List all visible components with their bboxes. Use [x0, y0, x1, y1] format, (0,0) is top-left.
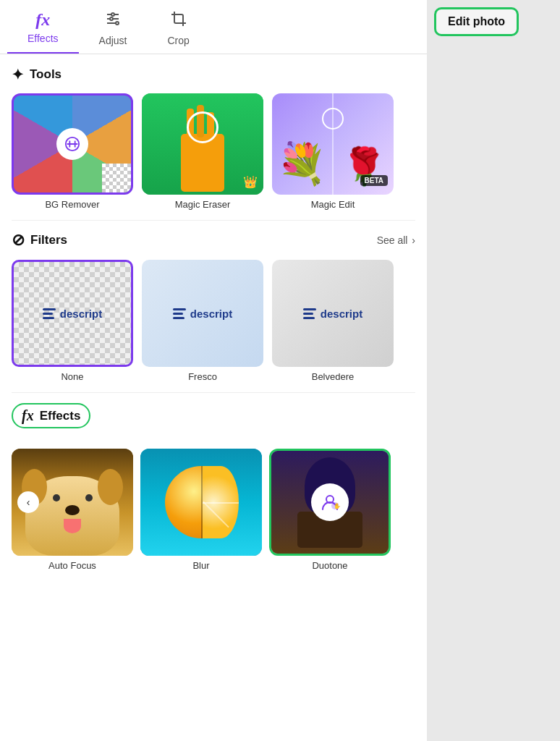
chevron-right-icon: › [412, 234, 415, 246]
filters-header: ⊘ Filters See all › [12, 231, 415, 250]
effects-header: fx Effects [12, 403, 90, 428]
see-all-button[interactable]: See all › [377, 234, 415, 246]
duotone-visual: ✋ [271, 451, 389, 554]
crop-icon [170, 10, 187, 32]
effect-duotone-thumb: ✋ [269, 449, 391, 556]
svg-text:✋: ✋ [334, 502, 341, 509]
adjust-icon [104, 10, 122, 32]
right-panel: Edit photo [427, 0, 560, 741]
eraser-dot [322, 108, 344, 130]
magic-edit-label: Magic Edit [311, 199, 355, 210]
fx-icon: fx [35, 10, 50, 30]
filters-label: Filters [30, 233, 67, 247]
tab-effects-label: Effects [27, 33, 59, 44]
tab-effects[interactable]: fx Effects [7, 0, 79, 54]
effects-section-wrapper: fx Effects [12, 403, 415, 439]
svg-point-8 [116, 22, 119, 25]
effect-autofocus[interactable]: ‹ Auto Focus [12, 449, 133, 571]
tool-magic-eraser-thumb: 👑 [142, 93, 263, 195]
tool-bg-remover[interactable]: BG Remover [12, 93, 133, 210]
filter-fresco[interactable]: descript Fresco [142, 260, 263, 382]
tool-magic-eraser[interactable]: 👑 Magic Eraser [142, 93, 263, 210]
effects-grid: ‹ Auto Focus [12, 449, 415, 571]
filter-belvedere-logo: descript [303, 308, 362, 320]
effect-duotone[interactable]: ✋ Duotone [269, 449, 391, 571]
edit-photo-button[interactable]: Edit photo [434, 7, 519, 36]
filter-belvedere-label: Belvedere [312, 371, 355, 382]
filter-belvedere[interactable]: descript Belvedere [272, 260, 394, 382]
autofocus-label: Auto Focus [48, 560, 96, 571]
tab-crop[interactable]: Crop [147, 0, 209, 54]
bg-remover-label: BG Remover [45, 199, 99, 210]
filter-fresco-thumb: descript [142, 260, 263, 367]
fx-effects-icon: fx [22, 407, 34, 424]
blur-label: Blur [192, 560, 209, 571]
descript-lines-belvedere [303, 308, 316, 319]
left-panel: fx Effects Adjust [0, 0, 427, 741]
effect-blur-thumb [140, 449, 262, 556]
filter-none-thumb: descript [12, 260, 133, 367]
filter-belvedere-thumb: descript [272, 260, 394, 367]
sparkle-icon: ✦ [12, 66, 24, 83]
magic-edit-left: 💐 [272, 93, 332, 195]
crown-badge: 👑 [243, 175, 258, 189]
tab-adjust[interactable]: Adjust [79, 0, 148, 54]
effect-autofocus-thumb: ‹ [12, 449, 133, 556]
effect-blur[interactable]: Blur [140, 449, 262, 571]
filter-none[interactable]: descript None [12, 260, 133, 382]
filter-fresco-logo: descript [173, 308, 232, 320]
magic-eraser-label: Magic Eraser [175, 199, 231, 210]
svg-point-2 [111, 13, 114, 16]
panel-content: ✦ Tools BG Remover [0, 54, 427, 741]
tool-bg-remover-thumb [12, 93, 133, 195]
filter-none-logo: descript [43, 308, 102, 320]
duotone-label: Duotone [312, 560, 347, 571]
filter-fresco-label: Fresco [188, 371, 217, 382]
beta-badge: BETA [360, 175, 388, 186]
filters-icon: ⊘ [12, 231, 25, 250]
bg-remover-icon [56, 128, 88, 160]
descript-lines-fresco [173, 308, 186, 319]
chevron-left-icon[interactable]: ‹ [17, 491, 39, 513]
tab-crop-label: Crop [167, 35, 189, 46]
descript-lines [43, 308, 56, 319]
flower-emoji: 💐 [277, 140, 327, 187]
tabs-bar: fx Effects Adjust [0, 0, 427, 54]
tab-adjust-label: Adjust [99, 35, 127, 46]
autofocus-visual: ‹ [12, 449, 133, 556]
tool-magic-edit[interactable]: 💐 🌹 BETA Magic Edit [272, 93, 394, 210]
effects-title: Effects [40, 409, 81, 423]
blur-visual [140, 449, 262, 556]
filter-none-label: None [61, 371, 83, 382]
filters-title: ⊘ Filters [12, 231, 67, 250]
duotone-center-icon: ✋ [311, 483, 349, 521]
divider-2 [12, 392, 415, 393]
tools-section-header: ✦ Tools [12, 66, 415, 83]
svg-point-5 [110, 17, 113, 20]
tools-title: Tools [30, 67, 61, 82]
tools-grid: BG Remover [12, 93, 415, 210]
filters-grid: descript None descript [12, 260, 415, 382]
tool-magic-edit-thumb: 💐 🌹 BETA [272, 93, 394, 195]
divider-1 [12, 220, 415, 221]
